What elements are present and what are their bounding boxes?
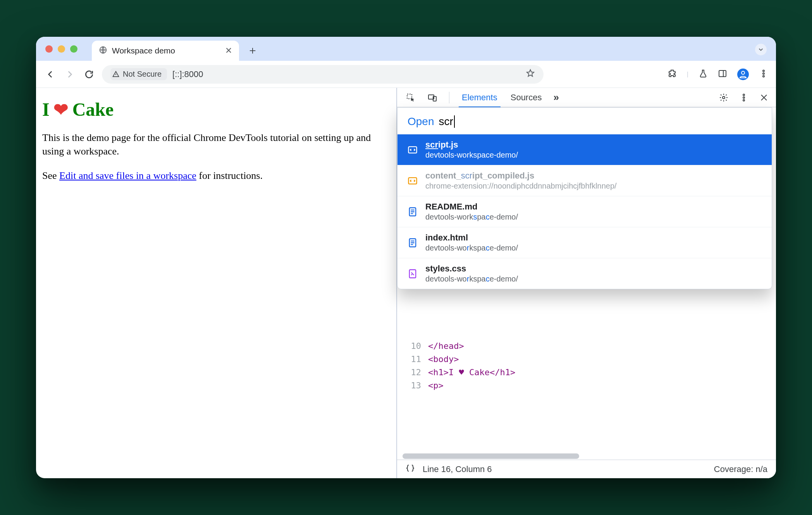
open-file-query[interactable]: scr [439, 115, 455, 128]
link-pre-text: See [42, 170, 59, 181]
open-result-name: content_script_compiled.js [425, 171, 617, 181]
address-bar[interactable]: Not Secure [::]:8000 [102, 65, 544, 84]
open-result-item[interactable]: README.md devtools-workspace-demo/ [397, 196, 772, 227]
open-result-meta: content_script_compiled.js chrome-extens… [425, 171, 617, 191]
devtools-menu-icon[interactable] [738, 92, 750, 103]
code-line: 12 <h1>I ♥ Cake</h1> [397, 366, 776, 379]
svg-point-10 [743, 94, 745, 96]
close-tab-icon[interactable]: ✕ [225, 46, 232, 56]
close-window-button[interactable] [45, 45, 53, 53]
script-file-icon [407, 144, 418, 156]
security-chip[interactable]: Not Secure [110, 68, 167, 80]
extension-script-icon [407, 175, 418, 187]
code-text: <body> [428, 353, 459, 366]
cursor-position: Line 16, Column 6 [423, 464, 492, 474]
document-file-icon [407, 237, 418, 249]
open-result-meta: README.md devtools-workspace-demo/ [425, 202, 518, 221]
toolbar-right: | [667, 69, 768, 80]
heart-icon: ❤ [53, 99, 69, 120]
window-controls [45, 45, 77, 53]
code-line: 10</head> [397, 340, 776, 353]
line-number: 11 [403, 353, 421, 366]
device-toolbar-icon[interactable] [427, 92, 438, 103]
code-text: </head> [428, 340, 464, 353]
svg-point-9 [723, 96, 725, 99]
minimize-window-button[interactable] [58, 45, 65, 53]
extensions-icon[interactable] [667, 69, 677, 80]
heading-left: I [42, 99, 50, 120]
content-area: I ❤ Cake This is the demo page for the o… [36, 88, 776, 478]
tabs-overflow-icon[interactable]: » [553, 91, 559, 103]
code-line: 13 <p> [397, 379, 776, 392]
inspect-element-icon[interactable] [405, 92, 416, 103]
kebab-menu-icon[interactable] [759, 69, 768, 80]
browser-window: Workspace demo ✕ ＋ Not Secure [::]:8000 … [36, 37, 776, 478]
svg-point-2 [741, 71, 745, 74]
devtools-tabstrip: Elements Sources » [397, 88, 776, 107]
open-result-meta: script.js devtools-workspace-demo/ [425, 140, 518, 160]
security-label: Not Secure [123, 70, 162, 79]
forward-button[interactable] [63, 68, 76, 81]
settings-gear-icon[interactable] [718, 92, 729, 103]
maximize-window-button[interactable] [70, 45, 77, 53]
browser-toolbar: Not Secure [::]:8000 | [36, 61, 776, 88]
code-line: 11<body> [397, 353, 776, 366]
open-result-name: styles.css [425, 264, 518, 274]
coverage-status: Coverage: n/a [714, 464, 767, 474]
horizontal-scrollbar[interactable] [403, 453, 771, 459]
page-link-paragraph: See Edit and save files in a workspace f… [42, 169, 390, 182]
labs-icon[interactable] [698, 69, 708, 80]
open-result-item[interactable]: styles.css devtools-workspace-demo/ [397, 258, 772, 289]
open-result-meta: styles.css devtools-workspace-demo/ [425, 264, 518, 283]
new-tab-button[interactable]: ＋ [244, 42, 261, 58]
bookmark-star-icon[interactable] [526, 69, 535, 80]
open-result-item[interactable]: script.js devtools-workspace-demo/ [397, 134, 772, 165]
url-text: [::]:8000 [172, 69, 203, 79]
open-result-path: chrome-extension://noondiphcddnnabmjcihc… [425, 182, 617, 191]
heading-right: Cake [72, 99, 114, 120]
svg-rect-1 [719, 70, 726, 77]
svg-point-5 [763, 76, 764, 77]
browser-tab[interactable]: Workspace demo ✕ [92, 41, 239, 61]
tab-sources[interactable]: Sources [509, 93, 544, 103]
rendered-page: I ❤ Cake This is the demo page for the o… [36, 88, 397, 478]
scrollbar-thumb[interactable] [403, 453, 579, 459]
open-result-item[interactable]: index.html devtools-workspace-demo/ [397, 227, 772, 258]
page-heading: I ❤ Cake [42, 99, 390, 120]
svg-point-12 [743, 100, 745, 101]
open-result-path: devtools-workspace-demo/ [425, 151, 518, 160]
close-devtools-icon[interactable] [758, 92, 770, 103]
side-panel-icon[interactable] [718, 69, 727, 80]
open-result-name: README.md [425, 202, 518, 212]
back-button[interactable] [44, 68, 57, 81]
open-result-item[interactable]: content_script_compiled.js chrome-extens… [397, 165, 772, 196]
open-label: Open [408, 115, 434, 128]
open-result-meta: index.html devtools-workspace-demo/ [425, 233, 518, 252]
devtools-statusbar: Line 16, Column 6 Coverage: n/a [397, 460, 776, 478]
globe-icon [99, 46, 107, 56]
open-file-input-row: Open scr [397, 108, 772, 134]
tab-elements[interactable]: Elements [460, 93, 499, 103]
open-result-path: devtools-workspace-demo/ [425, 275, 518, 283]
tab-list-chevron-icon[interactable] [755, 44, 767, 55]
line-number: 12 [403, 366, 421, 379]
pretty-print-icon[interactable] [406, 464, 415, 475]
code-text: <p> [428, 379, 444, 392]
svg-point-3 [763, 70, 764, 72]
devtools-panel: Elements Sources » 10</head> 11<body> 12… [397, 88, 776, 478]
stylesheet-file-icon [407, 268, 418, 280]
tab-strip: Workspace demo ✕ ＋ [36, 37, 776, 61]
reload-button[interactable] [83, 68, 96, 81]
open-file-dialog: Open scr script.js devtools-workspace-de… [397, 107, 772, 289]
code-text: <h1>I ♥ Cake</h1> [428, 366, 515, 379]
profile-avatar[interactable] [737, 69, 749, 80]
link-post-text: for instructions. [196, 170, 263, 181]
divider [449, 92, 449, 103]
open-result-path: devtools-workspace-demo/ [425, 244, 518, 252]
svg-point-11 [743, 97, 745, 98]
open-result-name: index.html [425, 233, 518, 243]
workspace-tutorial-link[interactable]: Edit and save files in a workspace [59, 170, 196, 181]
open-result-name: script.js [425, 140, 518, 150]
tab-title: Workspace demo [112, 46, 175, 55]
line-number: 10 [403, 340, 421, 353]
